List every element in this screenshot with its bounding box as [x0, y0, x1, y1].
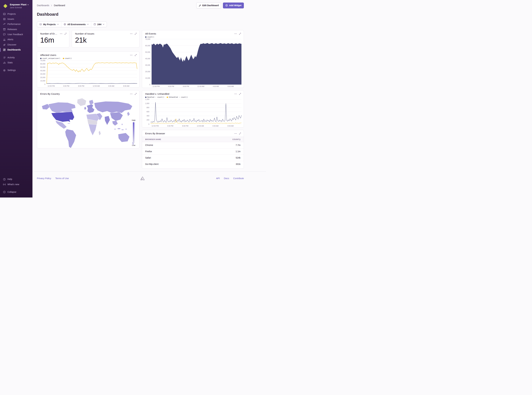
environment-filter-dropdown[interactable]: All Environments	[61, 22, 91, 27]
widget-menu-button[interactable]	[130, 54, 133, 56]
breadcrumb: Dashboards Dashboard	[37, 4, 65, 7]
chart-legend: count_unique(user) count()	[37, 56, 139, 59]
widget-title: Affected Users	[40, 54, 56, 56]
widget-expand-button[interactable]	[64, 32, 67, 35]
sidebar-item-help[interactable]: Help	[0, 177, 33, 182]
discover-icon	[3, 43, 6, 46]
legend-low-label: Low	[132, 144, 135, 146]
svg-text:60,000: 60,000	[40, 63, 45, 65]
sidebar-item-label: Issues	[7, 18, 14, 20]
widget-menu-button[interactable]	[234, 32, 237, 35]
api-link[interactable]: API	[216, 177, 220, 180]
edit-dashboard-button[interactable]: Edit Dashboard	[196, 3, 221, 8]
sidebar-item-user-feedback[interactable]: User Feedback	[0, 32, 33, 37]
projects-icon	[3, 13, 6, 15]
topbar: Dashboards Dashboard Edit Dashboard Add …	[37, 0, 244, 8]
table-row: Firefox 1.1m	[142, 148, 244, 154]
widget-affected-users: Affected Users count_unique(user) count(…	[37, 51, 140, 88]
sidebar-item-stats[interactable]: Stats	[0, 60, 33, 65]
world-map: High Low	[37, 95, 139, 152]
sidebar-footer: Help What's new Collapse	[0, 177, 33, 195]
widget-all-events: All Events count() 010,00020,00030,00040…	[142, 30, 244, 88]
sidebar-item-label: Dashboards	[7, 49, 21, 51]
sidebar-item-activity[interactable]: Activity	[0, 55, 33, 60]
widget-menu-button[interactable]	[130, 93, 133, 95]
sidebar-item-discover[interactable]: Discover	[0, 42, 33, 47]
breadcrumb-dashboards-link[interactable]: Dashboards	[37, 4, 49, 7]
widget-expand-button[interactable]	[134, 32, 137, 35]
widget-menu-button[interactable]	[234, 93, 237, 95]
widget-expand-button[interactable]	[239, 32, 241, 35]
feedback-icon	[3, 33, 6, 36]
svg-text:8:00 PM: 8:00 PM	[182, 125, 188, 127]
stats-icon	[3, 61, 6, 64]
alerts-icon	[3, 38, 6, 41]
projects-filter-icon	[39, 23, 42, 26]
docs-link[interactable]: Docs	[224, 177, 229, 180]
sidebar-item-releases[interactable]: Releases	[0, 27, 33, 32]
svg-text:60,000: 60,000	[145, 44, 150, 46]
svg-text:20,000: 20,000	[145, 71, 150, 72]
all-events-chart: 010,00020,00030,00040,00050,00060,00070,…	[143, 38, 242, 88]
widget-title: Number of Issues	[75, 32, 94, 35]
date-range-value: 24H	[97, 23, 102, 26]
big-number-value: 16m	[40, 36, 69, 44]
date-range-dropdown[interactable]: 24H	[91, 22, 107, 27]
environment-filter-value: All Environments	[67, 23, 86, 26]
sidebar-item-whats-new[interactable]: What's new	[0, 182, 33, 187]
page-footer: Privacy Policy Terms of Use API Docs Con…	[33, 171, 266, 187]
globe-icon	[64, 23, 66, 26]
terms-of-use-link[interactable]: Terms of Use	[55, 177, 69, 180]
count-cell: 524k	[204, 154, 244, 161]
sidebar-item-projects[interactable]: Projects	[0, 11, 33, 16]
sentry-logo-icon	[140, 176, 145, 181]
chevron-right-icon	[51, 5, 52, 6]
widget-expand-button[interactable]	[134, 54, 137, 56]
svg-text:400: 400	[147, 115, 149, 117]
sidebar-item-dashboards[interactable]: Dashboards	[0, 47, 33, 52]
legend-label: count_unique(user)	[42, 57, 60, 59]
sidebar-item-label: Collapse	[7, 191, 16, 193]
widget-errors-by-browser: Errors By Browser BROWSER.NAME COUNT()	[142, 130, 244, 169]
column-header-count: COUNT()	[204, 137, 244, 142]
app: Empower Plant Jane Schmidt Projects Issu…	[0, 0, 266, 198]
sidebar-item-label: Settings	[7, 69, 16, 71]
sidebar-item-performance[interactable]: Performance	[0, 22, 33, 27]
svg-text:0: 0	[44, 83, 45, 85]
legend-dot	[167, 97, 168, 98]
privacy-policy-link[interactable]: Privacy Policy	[37, 177, 51, 180]
svg-text:12:00 PM: 12:00 PM	[48, 85, 55, 87]
widget-menu-button[interactable]	[234, 132, 237, 135]
widget-expand-button[interactable]	[239, 93, 241, 95]
sidebar-item-issues[interactable]: Issues	[0, 16, 33, 22]
svg-text:200: 200	[147, 119, 149, 121]
svg-text:4:00 PM: 4:00 PM	[168, 85, 174, 87]
errors-by-browser-table: BROWSER.NAME COUNT() Chrome 7.7m	[142, 137, 244, 167]
svg-text:800: 800	[147, 107, 149, 109]
svg-text:600: 600	[147, 111, 149, 113]
chevron-down-icon	[57, 24, 59, 25]
add-widget-button[interactable]: Add Widget	[223, 3, 244, 8]
contribute-link[interactable]: Contribute	[233, 177, 244, 180]
widget-errors-by-country: Errors By Country	[37, 90, 140, 148]
legend-high-label: High	[132, 119, 136, 121]
activity-icon	[3, 56, 6, 59]
project-filter-dropdown[interactable]: My Projects	[37, 22, 61, 27]
widget-expand-button[interactable]	[239, 132, 241, 135]
widget-menu-button[interactable]	[130, 32, 133, 35]
widget-menu-button[interactable]	[60, 32, 63, 35]
svg-text:70,000: 70,000	[40, 60, 45, 61]
issues-icon	[3, 18, 6, 20]
chevron-down-icon	[27, 4, 29, 5]
org-switcher[interactable]: Empower Plant Jane Schmidt	[0, 2, 33, 11]
table-row: Go-http-client 331k	[142, 161, 244, 167]
sidebar-item-settings[interactable]: Settings	[0, 68, 33, 73]
widget-expand-button[interactable]	[134, 93, 137, 95]
svg-text:70,000: 70,000	[145, 38, 150, 40]
sidebar-item-label: Activity	[7, 56, 15, 59]
svg-text:12:00 AM: 12:00 AM	[197, 125, 204, 127]
widget-title: Handled v. Unhandled	[145, 93, 169, 95]
sidebar-item-alerts[interactable]: Alerts	[0, 37, 33, 42]
sidebar-collapse-button[interactable]: Collapse	[0, 190, 33, 195]
svg-text:8:00 PM: 8:00 PM	[183, 85, 189, 87]
